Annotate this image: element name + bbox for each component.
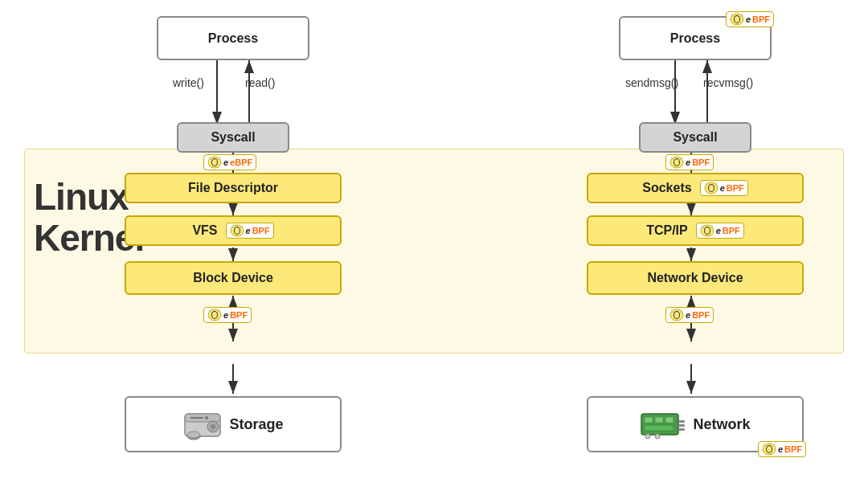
svg-point-58	[705, 227, 710, 234]
svg-rect-67	[645, 417, 653, 423]
left-block-ebpf: eBPF	[203, 307, 252, 323]
bee-icon-right-syscall	[669, 156, 684, 169]
sendmsg-label: sendmsg()	[625, 76, 678, 89]
file-descriptor-box: File Descriptor	[125, 173, 342, 203]
bee-icon-right-process	[730, 13, 744, 26]
network-device-box: Network Device	[587, 261, 804, 295]
svg-point-38	[205, 416, 208, 419]
tcpip-label: TCP/IP	[646, 223, 688, 238]
svg-point-74	[645, 434, 650, 439]
right-process-ebpf: eBPF	[726, 11, 774, 27]
right-syscall-box: Syscall	[639, 122, 751, 153]
right-process-box: Process eBPF	[619, 16, 772, 60]
svg-point-36	[211, 424, 215, 429]
network-label: Network	[693, 416, 750, 433]
bee-icon-network-box	[762, 443, 776, 456]
sockets-ebpf: eBPF	[700, 180, 748, 196]
bee-icon-sockets	[704, 182, 719, 194]
right-syscall-label: Syscall	[673, 130, 717, 145]
tcpip-ebpf: eBPF	[696, 223, 744, 239]
storage-box: Storage	[125, 396, 342, 452]
read-label: read()	[245, 76, 275, 89]
svg-point-48	[674, 159, 679, 166]
network-box-ebpf: eBPF	[758, 441, 806, 457]
svg-point-20	[212, 159, 217, 166]
storage-icon	[182, 407, 223, 441]
left-process-label: Process	[208, 31, 258, 46]
sockets-label: Sockets	[642, 181, 691, 195]
vfs-box: VFS eBPF	[125, 215, 342, 246]
right-network-ebpf: eBPF	[665, 307, 714, 323]
left-process-box: Process	[157, 16, 309, 60]
block-device-label: Block Device	[193, 271, 273, 285]
left-syscall-box: Syscall	[177, 122, 289, 153]
svg-rect-71	[678, 420, 685, 423]
left-syscall-ebpf: eeBPF	[203, 154, 256, 170]
bee-icon-vfs	[230, 224, 244, 237]
vfs-label: VFS	[192, 223, 217, 238]
svg-point-30	[212, 312, 217, 318]
diagram-container: Linux Kernel	[0, 0, 868, 499]
vfs-ebpf: eBPF	[226, 223, 274, 239]
svg-rect-70	[645, 425, 674, 431]
svg-point-43	[735, 16, 739, 22]
bee-icon-tcpip	[700, 224, 714, 237]
storage-label: Storage	[229, 416, 283, 433]
sockets-box: Sockets eBPF	[587, 173, 804, 203]
left-syscall-label: Syscall	[211, 130, 255, 145]
network-box: Network eBPF	[587, 396, 804, 452]
bee-icon-network-mid	[669, 309, 684, 321]
svg-point-63	[674, 312, 679, 318]
bee-icon-left-syscall	[207, 156, 222, 169]
svg-point-25	[235, 227, 240, 234]
network-icon	[640, 407, 686, 441]
svg-rect-73	[678, 428, 685, 431]
svg-point-40	[187, 432, 200, 438]
svg-point-78	[767, 446, 772, 452]
network-device-label: Network Device	[647, 271, 743, 285]
recvmsg-label: recvmsg()	[703, 76, 753, 89]
svg-point-75	[655, 434, 660, 439]
write-label: write()	[173, 76, 204, 89]
right-process-label: Process	[670, 31, 720, 46]
tcpip-box: TCP/IP eBPF	[587, 215, 804, 246]
svg-rect-69	[665, 417, 674, 423]
file-descriptor-label: File Descriptor	[188, 181, 278, 195]
svg-point-53	[709, 185, 714, 191]
bee-icon-block	[207, 309, 222, 321]
svg-rect-68	[655, 417, 663, 423]
block-device-box: Block Device	[125, 261, 342, 295]
right-syscall-ebpf: eBPF	[665, 154, 714, 170]
svg-rect-72	[678, 424, 685, 427]
